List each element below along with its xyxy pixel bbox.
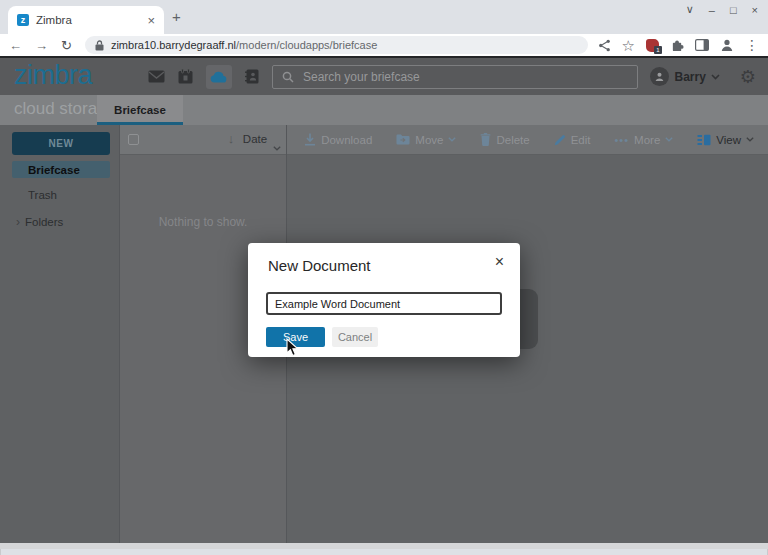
user-menu-chevron-down-icon[interactable]: [711, 74, 720, 80]
zimbra-favicon: z: [17, 14, 29, 26]
dialog-title: New Document: [268, 257, 371, 274]
search-input[interactable]: [303, 70, 628, 84]
app-tab-row: cloud storage Briefcase: [0, 95, 768, 125]
browser-toolbar: ← → ↻ zimbra10.barrydegraaff.nl/modern/c…: [0, 34, 768, 56]
list-toolbar: ↓ Date: [120, 125, 286, 155]
window-close-button[interactable]: ×: [752, 4, 758, 16]
browser-tab-title: Zimbra: [36, 14, 72, 26]
address-bar[interactable]: zimbra10.barrydegraaff.nl/modern/cloudap…: [85, 36, 588, 54]
mouse-cursor: [286, 338, 299, 361]
cloud-icon: [210, 71, 228, 83]
view-button[interactable]: View: [697, 134, 754, 146]
tab-close-icon[interactable]: ×: [147, 14, 155, 27]
window-bottom-edge: [0, 543, 768, 549]
folders-expand-chevron-icon[interactable]: ›: [16, 215, 20, 229]
window-minimize-button[interactable]: –: [709, 4, 715, 16]
kebab-menu-icon[interactable]: ⋮: [745, 38, 759, 52]
sidebar: NEW Briefcase Trash › Folders: [0, 125, 120, 549]
more-dots-icon: •••: [615, 134, 630, 146]
zimbra-logo: zimbra: [14, 60, 92, 91]
sidebar-item-briefcase[interactable]: Briefcase: [12, 161, 110, 178]
forward-button[interactable]: →: [35, 39, 48, 52]
new-tab-button[interactable]: +: [172, 8, 181, 25]
delete-trash-icon: [480, 133, 491, 146]
sort-chevron-down-icon[interactable]: [273, 137, 281, 155]
url-path: /modern/cloudapps/briefcase: [236, 39, 377, 51]
sidebar-item-folders-label: Folders: [25, 216, 63, 228]
browser-tabstrip: z Zimbra × + ∨ – □ ×: [0, 0, 768, 34]
view-chevron-down-icon: [746, 137, 754, 142]
download-button[interactable]: Download: [304, 133, 372, 146]
move-button[interactable]: Move: [396, 134, 456, 146]
user-avatar[interactable]: [650, 67, 669, 86]
cancel-button[interactable]: Cancel: [332, 327, 378, 347]
delete-label: Delete: [496, 134, 529, 146]
browser-tab-zimbra[interactable]: z Zimbra ×: [8, 6, 164, 34]
select-all-checkbox[interactable]: [128, 134, 139, 145]
bookmark-star-icon[interactable]: ☆: [622, 38, 635, 53]
move-label: Move: [415, 134, 443, 146]
more-chevron-down-icon: [665, 137, 673, 142]
view-label: View: [716, 134, 741, 146]
view-layout-icon: [697, 134, 711, 146]
more-label: More: [634, 134, 660, 146]
edit-pencil-icon: [554, 134, 566, 146]
refresh-button[interactable]: ↻: [61, 39, 72, 52]
download-icon: [304, 133, 316, 146]
window-chevron-icon[interactable]: ∨: [686, 3, 694, 16]
delete-button[interactable]: Delete: [480, 133, 529, 146]
sort-direction-icon[interactable]: ↓: [228, 131, 235, 146]
settings-gear-icon[interactable]: ⚙: [740, 68, 756, 86]
edit-label: Edit: [571, 134, 591, 146]
briefcase-app-active-tab[interactable]: [206, 65, 232, 89]
search-icon: [282, 71, 294, 83]
download-label: Download: [321, 134, 372, 146]
sort-by-button[interactable]: Date: [243, 133, 267, 145]
sidebar-item-folders[interactable]: › Folders: [0, 212, 119, 232]
edit-button[interactable]: Edit: [554, 134, 591, 146]
new-button[interactable]: NEW: [12, 132, 110, 155]
mail-icon[interactable]: [148, 70, 165, 83]
extension-badge-count: 1: [654, 46, 662, 54]
avatar-person-icon: [654, 71, 665, 82]
move-folder-icon: [396, 134, 410, 145]
share-icon[interactable]: [598, 39, 611, 52]
lock-icon: [95, 40, 104, 51]
extension-zimbra-icon[interactable]: 1: [646, 38, 660, 52]
side-panel-icon[interactable]: [695, 39, 709, 51]
contacts-icon[interactable]: [245, 69, 260, 84]
tab-briefcase-label: Briefcase: [114, 104, 166, 116]
zimbra-header: zimbra: [0, 58, 768, 95]
window-maximize-button[interactable]: □: [730, 4, 737, 16]
dialog-close-icon[interactable]: ×: [495, 254, 504, 270]
calendar-icon[interactable]: [178, 69, 193, 84]
tab-briefcase[interactable]: Briefcase: [97, 95, 183, 125]
back-button[interactable]: ←: [9, 39, 22, 52]
url-domain: zimbra10.barrydegraaff.nl: [111, 39, 236, 51]
empty-list-message: Nothing to show.: [120, 215, 286, 229]
actions-toolbar: Download Move: [287, 125, 768, 155]
document-name-input[interactable]: [266, 292, 502, 315]
browser-window: z Zimbra × + ∨ – □ × ← → ↻ zimbra10.barr…: [0, 0, 768, 555]
sidebar-item-trash[interactable]: Trash: [0, 185, 119, 205]
user-name[interactable]: Barry: [675, 70, 706, 84]
move-chevron-down-icon: [448, 137, 456, 142]
more-button[interactable]: ••• More: [615, 134, 674, 146]
search-box[interactable]: [272, 65, 638, 89]
profile-avatar-icon[interactable]: [720, 38, 734, 52]
extensions-puzzle-icon[interactable]: [671, 39, 684, 52]
